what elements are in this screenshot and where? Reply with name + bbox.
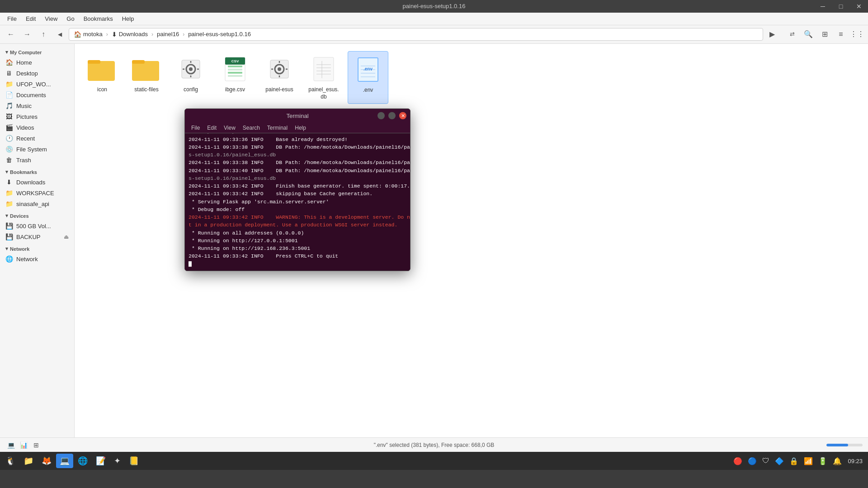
terminal-title-bar: ─ □ Terminal ✕ [185, 109, 410, 122]
tray-icon-2[interactable]: 🔵 [746, 457, 758, 465]
svg-rect-1 [88, 60, 100, 64]
sidebar-item-workspace[interactable]: 📁 WORKSPACE [0, 188, 74, 198]
tray-icon-shield[interactable]: 🛡 [761, 457, 771, 465]
network-header[interactable]: ▾Network [0, 242, 74, 253]
menu-edit[interactable]: Edit [22, 14, 39, 24]
sidebar-label-trash: Trash [16, 157, 31, 164]
next-path-button[interactable]: ▶ [765, 27, 779, 42]
status-icon-view[interactable]: 📊 [18, 440, 29, 450]
folder-icon-item [88, 55, 117, 84]
taskbar-item-chrome[interactable]: 🌐 [74, 454, 91, 468]
taskbar-clock: 09:23 [848, 458, 863, 465]
terminal-maximize[interactable]: □ [388, 112, 396, 119]
sync-button[interactable]: ⇄ [785, 27, 799, 42]
tray-icon-1[interactable]: 🔴 [732, 457, 744, 465]
taskbar-item-vscode[interactable]: 📝 [92, 454, 109, 468]
file-item-config[interactable]: config [170, 51, 211, 104]
close-button[interactable]: ✕ [850, 0, 868, 13]
terminal-minimize[interactable]: ─ [377, 112, 385, 119]
prev-button[interactable]: ◀ [52, 27, 67, 42]
status-icon-more[interactable]: ⊞ [31, 440, 42, 450]
firefox-icon: 🦊 [42, 456, 52, 466]
db-file-icon [309, 55, 338, 84]
sidebar-item-500gb[interactable]: 💾 500 GB Vol... [0, 221, 74, 231]
taskbar-item-firefox[interactable]: 🦊 [38, 454, 55, 468]
title-bar: painel-esus-setup1.0.16 ─ □ ✕ [0, 0, 868, 13]
search-button[interactable]: 🔍 [801, 27, 816, 42]
my-computer-header[interactable]: ▾My Computer [0, 46, 74, 57]
menu-bookmarks[interactable]: Bookmarks [80, 14, 117, 24]
sidebar-label-filesystem: File System [16, 146, 47, 153]
menu-file[interactable]: File [4, 14, 20, 24]
file-item-static-files[interactable]: static-files [126, 51, 167, 104]
back-button[interactable]: ← [4, 27, 18, 42]
status-icon-terminal[interactable]: 💻 [5, 440, 16, 450]
window-controls: ─ □ ✕ [814, 0, 868, 13]
menu-go[interactable]: Go [63, 14, 78, 24]
menu-view[interactable]: View [41, 14, 61, 24]
file-name-static: static-files [134, 86, 158, 94]
terminal-menu-help[interactable]: Help [292, 124, 309, 132]
terminal-menu-terminal[interactable]: Terminal [264, 124, 290, 132]
sidebar-item-trash[interactable]: 🗑 Trash [0, 155, 74, 165]
file-item-icon[interactable]: icon [82, 51, 123, 104]
sidebar-item-documents[interactable]: 📄 Documents [0, 89, 74, 100]
sidebar-item-home[interactable]: 🏠 Home [0, 57, 74, 68]
settings-icon-painel [265, 55, 294, 84]
file-item-db[interactable]: painel_esus.db [303, 51, 344, 104]
up-button[interactable]: ↑ [36, 27, 51, 42]
toolbar: ← → ↑ ◀ 🏠 motoka › ⬇ Downloads › painel1… [0, 25, 868, 44]
breadcrumb-painel16[interactable]: painel16 [154, 30, 182, 38]
forward-button[interactable]: → [20, 27, 34, 42]
taskbar-item-ubuntu[interactable]: 🐧 [2, 454, 19, 468]
sidebar-item-backup[interactable]: 💾 BACKUP ⏏ [0, 231, 74, 242]
bookmarks-header[interactable]: ▾Bookmarks [0, 165, 74, 177]
more-button[interactable]: ⋮⋮ [850, 27, 864, 42]
taskbar-item-files[interactable]: 📁 [20, 454, 37, 468]
sidebar-label-sinasafe: sinasafe_api [16, 201, 49, 207]
sidebar-item-sinasafe[interactable]: 📁 sinasafe_api [0, 198, 74, 209]
tray-icon-battery[interactable]: 🔋 [817, 457, 829, 465]
file-item-env[interactable]: .env .env [348, 51, 388, 104]
terminal-menu-edit[interactable]: Edit [204, 124, 219, 132]
devices-header[interactable]: ▾Devices [0, 209, 74, 221]
terminal-menu-search[interactable]: Search [240, 124, 263, 132]
terminal-close[interactable]: ✕ [399, 112, 406, 119]
sidebar-item-filesystem[interactable]: 💿 File System [0, 144, 74, 155]
sidebar-item-music[interactable]: 🎵 Music [0, 100, 74, 111]
maximize-button[interactable]: □ [832, 0, 850, 13]
breadcrumb-motoka[interactable]: 🏠 motoka [71, 30, 105, 39]
menu-bar: File Edit View Go Bookmarks Help [0, 13, 868, 25]
sidebar-item-downloads[interactable]: ⬇ Downloads [0, 177, 74, 188]
desktop-icon: 🖥 [5, 70, 13, 77]
minimize-button[interactable]: ─ [814, 0, 832, 13]
sidebar-item-desktop[interactable]: 🖥 Desktop [0, 68, 74, 79]
taskbar-item-notes[interactable]: 📒 [125, 454, 142, 468]
terminal-menu-file[interactable]: File [189, 124, 203, 132]
file-item-ibge[interactable]: CSV ibge.csv [215, 51, 255, 104]
taskbar-item-terminal[interactable]: 💻 [56, 454, 73, 468]
list-view-button[interactable]: ≡ [834, 27, 848, 42]
terminal-body[interactable]: s-setup1.0.16/painel_esus.db2024-11-11 0… [185, 133, 410, 271]
terminal-menu-view[interactable]: View [221, 124, 238, 132]
tray-icon-bell[interactable]: 🔔 [831, 457, 843, 465]
tray-icon-wifi[interactable]: 📶 [802, 457, 814, 465]
sidebar-item-ufop[interactable]: 📁 UFOP_WO... [0, 79, 74, 89]
file-item-painel-esus[interactable]: painel-esus [259, 51, 300, 104]
menu-help[interactable]: Help [118, 14, 138, 24]
taskbar-item-app[interactable]: ✦ [110, 454, 124, 468]
terminal-line-16: 2024-11-11 09:33:42 INFO WARNING: This i… [189, 213, 406, 221]
breadcrumb-downloads[interactable]: ⬇ Downloads [109, 30, 151, 39]
sidebar-item-pictures[interactable]: 🖼 Pictures [0, 111, 74, 122]
terminal-cursor-line [189, 260, 406, 268]
sidebar-item-videos[interactable]: 🎬 Videos [0, 122, 74, 133]
tray-icon-lock[interactable]: 🔒 [788, 457, 800, 465]
app-icon: ✦ [114, 456, 121, 466]
workspace-icon: 📁 [5, 189, 13, 197]
sidebar-item-network[interactable]: 🌐 Network [0, 253, 74, 264]
breadcrumb-current[interactable]: painel-esus-setup1.0.16 [185, 30, 254, 38]
tray-icon-bt[interactable]: 🔷 [774, 457, 785, 465]
grid-view-button[interactable]: ⊞ [817, 27, 832, 42]
sidebar-label-home: Home [16, 59, 32, 66]
sidebar-item-recent[interactable]: 🕐 Recent [0, 133, 74, 144]
